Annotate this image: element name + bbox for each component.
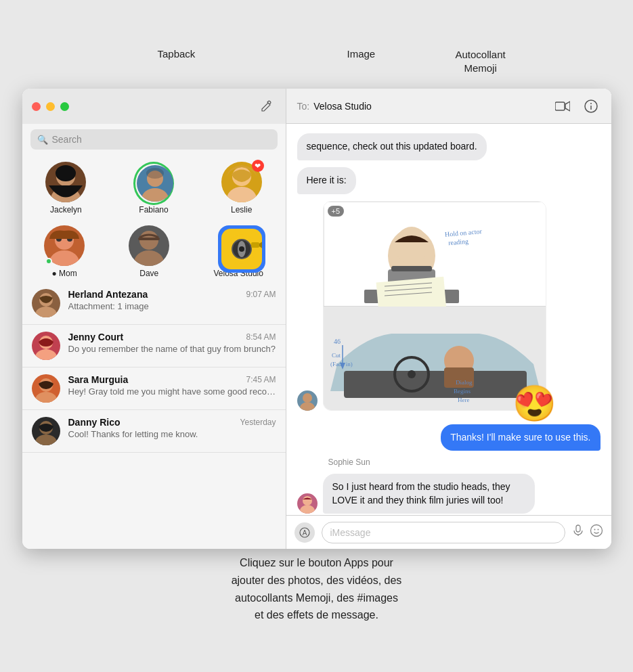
compose-button[interactable] bbox=[257, 97, 276, 116]
heart-badge-leslie: ❤ bbox=[252, 160, 264, 172]
svg-point-35 bbox=[303, 393, 312, 403]
close-button[interactable] bbox=[32, 102, 41, 111]
svg-point-5 bbox=[141, 188, 169, 202]
conv-preview-sara: Hey! Gray told me you might have some go… bbox=[68, 386, 276, 397]
svg-point-66 bbox=[300, 505, 315, 514]
msg-avatar-sophie bbox=[297, 493, 318, 514]
messages-area: sequence, check out this updated board. … bbox=[286, 124, 611, 515]
emoji-icon[interactable] bbox=[590, 524, 603, 541]
conv-item-sara[interactable]: Sara Murguia 7:45 AM Hey! Gray told me y… bbox=[22, 367, 286, 410]
bottom-annotations: Cliquez sur le bouton Apps pour ajouter … bbox=[22, 554, 611, 623]
top-annotations: Tapback Image AutocollantMemoji bbox=[22, 48, 611, 89]
svg-point-6 bbox=[146, 168, 164, 179]
svg-point-73 bbox=[597, 529, 598, 531]
storyboard-image-wrap: +5 bbox=[323, 201, 546, 411]
msg-row-outgoing-thanks: Thanks! I'll make sure to use this. bbox=[297, 424, 601, 451]
svg-point-72 bbox=[594, 529, 595, 531]
minimize-button[interactable] bbox=[46, 102, 55, 111]
storyboard-image[interactable]: +5 bbox=[323, 201, 546, 411]
apps-button[interactable]: A bbox=[294, 522, 315, 543]
sender-name-sophie: Sophie Sun bbox=[297, 457, 601, 467]
conv-name-sara: Sara Murguia bbox=[68, 374, 129, 385]
chat-header: To: Velosa Studio bbox=[286, 89, 611, 124]
conv-item-danny[interactable]: Danny Rico Yesterday Cool! Thanks for le… bbox=[22, 410, 286, 453]
svg-point-54 bbox=[408, 370, 416, 378]
msg-bubble-sequence: sequence, check out this updated board. bbox=[297, 133, 487, 160]
sidebar-titlebar bbox=[22, 89, 286, 124]
pinned-contact-velosa[interactable]: Velosa Studio bbox=[214, 225, 263, 278]
svg-point-8 bbox=[227, 187, 257, 202]
chat-panel: To: Velosa Studio sequence, c bbox=[286, 89, 611, 549]
conv-preview-jenny: Do you remember the name of that guy fro… bbox=[68, 344, 276, 354]
input-area: A iMessage bbox=[286, 515, 611, 549]
svg-text:Dialog: Dialog bbox=[456, 379, 473, 386]
conv-preview-herland: Attachment: 1 image bbox=[68, 301, 276, 311]
chat-contact-name: Velosa Studio bbox=[313, 101, 372, 112]
svg-point-19 bbox=[239, 246, 244, 252]
svg-text:Begins: Begins bbox=[454, 388, 471, 395]
svg-rect-30 bbox=[555, 102, 565, 110]
svg-point-34 bbox=[590, 103, 592, 104]
search-input[interactable]: Search bbox=[52, 134, 271, 145]
pinned-contact-fabiano[interactable]: Fabiano bbox=[133, 162, 174, 215]
svg-rect-69 bbox=[576, 525, 580, 532]
svg-rect-15 bbox=[138, 238, 160, 240]
msg-bubble-thanks: Thanks! I'll make sure to use this. bbox=[441, 424, 600, 451]
svg-marker-31 bbox=[565, 102, 570, 111]
info-button[interactable] bbox=[582, 97, 601, 116]
svg-text:46: 46 bbox=[334, 338, 341, 345]
svg-point-10 bbox=[49, 250, 79, 266]
msg-bubble-hereitistext: Here it is: bbox=[297, 167, 356, 194]
chat-header-actions bbox=[553, 97, 601, 116]
pinned-name-dave: Dave bbox=[139, 269, 158, 278]
conv-name-jenny: Jenny Court bbox=[68, 332, 124, 342]
svg-rect-50 bbox=[391, 266, 432, 271]
pinned-name-fabiano: Fabiano bbox=[139, 205, 168, 215]
pinned-contact-leslie[interactable]: ❤ Leslie bbox=[221, 162, 262, 215]
msg-row-storyboard: +5 bbox=[297, 201, 601, 411]
svg-point-25 bbox=[35, 349, 57, 360]
pinned-row-2: ● Mom Dave bbox=[22, 219, 286, 282]
pinned-row-1: Jackelyn Fabiano bbox=[22, 155, 286, 219]
svg-point-27 bbox=[35, 392, 57, 403]
image-label: Image bbox=[347, 48, 376, 60]
conv-item-herland[interactable]: Herland Antezana 9:07 AM Attachment: 1 i… bbox=[22, 282, 286, 325]
audio-icon[interactable] bbox=[572, 524, 584, 540]
conv-time-sara: 7:45 AM bbox=[246, 375, 276, 384]
svg-point-23 bbox=[35, 307, 57, 317]
pinned-name-mom: ● Mom bbox=[51, 269, 77, 278]
conv-item-jenny[interactable]: Jenny Court 8:54 AM Do you remember the … bbox=[22, 325, 286, 367]
svg-point-14 bbox=[134, 250, 164, 266]
search-bar[interactable]: 🔍 Search bbox=[30, 129, 278, 150]
pinned-contact-jackelyn[interactable]: Jackelyn bbox=[45, 162, 86, 215]
maximize-button[interactable] bbox=[60, 102, 69, 111]
conv-content-herland: Herland Antezana 9:07 AM Attachment: 1 i… bbox=[68, 289, 276, 311]
input-right-icons bbox=[572, 524, 603, 541]
tapback-label: Tapback bbox=[158, 48, 196, 60]
pinned-name-jackelyn: Jackelyn bbox=[50, 205, 82, 215]
svg-rect-20 bbox=[251, 242, 259, 248]
svg-point-65 bbox=[303, 496, 312, 506]
message-input[interactable]: iMessage bbox=[322, 522, 565, 543]
search-icon: 🔍 bbox=[37, 135, 48, 145]
video-call-button[interactable] bbox=[553, 97, 572, 116]
msg-bubble-sophie: So I just heard from the studio heads, t… bbox=[323, 474, 536, 514]
pinned-contact-mom[interactable]: ● Mom bbox=[44, 225, 85, 278]
conv-time-jenny: 8:54 AM bbox=[246, 332, 276, 342]
svg-point-3 bbox=[56, 165, 76, 181]
svg-text:Here: Here bbox=[458, 397, 470, 403]
memoji-sticker: 😍 bbox=[512, 386, 556, 421]
msg-row-sequence: sequence, check out this updated board. bbox=[297, 133, 601, 160]
pinned-name-leslie: Leslie bbox=[231, 205, 252, 215]
reactions-count: +5 bbox=[328, 206, 345, 217]
conv-preview-danny: Cool! Thanks for letting me know. bbox=[68, 429, 276, 439]
msg-row-hereitistext: Here it is: bbox=[297, 167, 601, 194]
msg-row-sophie: So I just heard from the studio heads, t… bbox=[297, 474, 601, 514]
pinned-contact-dave[interactable]: Dave bbox=[129, 225, 169, 278]
memoji-label: AutocollantMemoji bbox=[456, 48, 506, 74]
sidebar: 🔍 Search Jackelyn bbox=[22, 89, 286, 549]
svg-point-71 bbox=[590, 525, 602, 537]
conv-name-herland: Herland Antezana bbox=[68, 289, 148, 300]
traffic-lights bbox=[32, 102, 69, 111]
svg-point-29 bbox=[35, 434, 57, 445]
